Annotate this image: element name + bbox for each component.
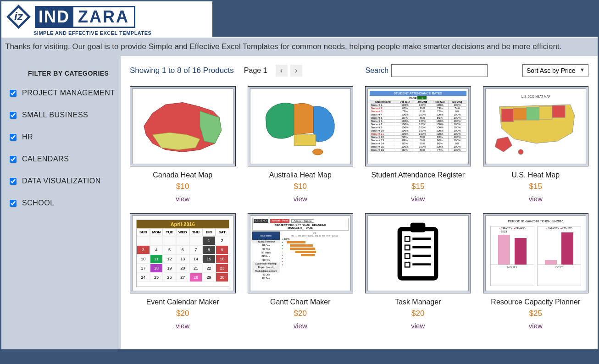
logo-ind: IND [35,6,73,28]
product-card[interactable]: Australia Heat Map $10 view [248,86,354,203]
product-title: Resource Capacity Planner [483,298,589,306]
filter-calendars[interactable]: CALENDARS [10,155,115,163]
filter-hr[interactable]: HR [10,133,115,141]
filter-data-visualization[interactable]: DATA VISUALIZATION [10,177,115,185]
search-label: Search [366,66,389,75]
product-price: $10 [130,182,236,191]
filter-project-management[interactable]: PROJECT MANAGEMENT [10,89,115,97]
product-thumbnail: PERIOD 01-Jan-2016 TO 09-Jan-2016 ■ CAPA… [483,213,589,293]
product-title: Canada Heat Map [130,171,236,179]
product-price: $20 [365,309,471,318]
product-price: $25 [483,309,589,318]
product-price: $20 [130,309,236,318]
svg-rect-14 [410,222,426,232]
svg-rect-8 [526,107,539,120]
filter-checkbox[interactable] [10,156,17,163]
product-title: U.S. Heat Map [483,171,589,179]
chevron-left-icon: ‹ [280,66,283,75]
svg-rect-20 [413,254,431,257]
svg-point-4 [312,149,323,155]
logo-tagline: SIMPLE AND EFFECTIVE EXCEL TEMPLATES [33,30,203,36]
product-thumbnail [365,213,471,293]
product-thumbnail: April-2016SUNMONTUEWEDTHUFRISAT123456789… [130,213,236,293]
sort-select[interactable]: Sort Asc by Price [522,64,588,77]
filter-checkbox[interactable] [10,134,17,141]
product-thumbnail: U.S. 2020 HEAT MAP [483,86,589,166]
filter-label: HR [22,133,33,141]
svg-rect-22 [413,263,431,265]
view-link[interactable]: view [411,322,425,330]
capacity-period: PERIOD 01-Jan-2016 TO 09-Jan-2016 [488,219,583,224]
search-input[interactable] [391,64,488,77]
product-card[interactable]: April-2016SUNMONTUEWEDTHUFRISAT123456789… [130,213,236,330]
svg-text:iz: iz [14,10,23,22]
logo-area: iz IND ZARA SIMPLE AND EFFECTIVE EXCEL T… [1,1,212,37]
showing-text: Showing 1 to 8 of 16 Products [130,66,234,75]
page-label: Page 1 [244,66,267,75]
filter-label: DATA VISUALIZATION [22,177,101,185]
product-title: Gantt Chart Maker [248,298,354,306]
view-link[interactable]: view [411,195,425,203]
product-thumbnail: STUDENT ATTENDANCE RATESPAGE 1Student Na… [365,86,471,166]
product-card[interactable]: Task Manager $20 view [365,213,471,330]
view-link[interactable]: view [529,195,543,203]
product-card[interactable]: U.S. 2020 HEAT MAP [483,86,589,203]
clipboard-icon [390,221,445,287]
prev-page-button[interactable]: ‹ [276,65,288,77]
filter-checkbox[interactable] [10,178,17,185]
product-price: $20 [248,309,354,318]
product-card[interactable]: PERIOD 01-Jan-2016 TO 09-Jan-2016 ■ CAPA… [483,213,589,330]
svg-rect-7 [513,108,526,120]
filter-label: PROJECT MANAGEMENT [22,89,115,97]
product-thumbnail: LEGEND Actual - Past Actual - Future PRO… [248,213,354,293]
filter-label: CALENDARS [22,155,69,163]
filter-title: FILTER BY CATEGORIES [28,70,115,77]
welcome-message: Thanks for visiting. Our goal is to prov… [1,37,598,56]
filter-checkbox[interactable] [10,90,17,97]
view-link[interactable]: view [176,322,189,330]
filter-label: SMALL BUSINESS [22,111,88,119]
filter-small-business[interactable]: SMALL BUSINESS [10,111,115,119]
svg-rect-10 [552,105,565,117]
view-link[interactable]: view [294,322,307,330]
product-title: Event Calendar Maker [130,298,236,306]
sidebar: FILTER BY CATEGORIES PROJECT MANAGEMENT … [1,56,121,349]
logo-icon: iz [6,4,31,29]
filter-checkbox[interactable] [10,200,17,207]
view-link[interactable]: view [294,195,307,203]
svg-rect-3 [294,135,316,145]
product-title: Task Manager [365,298,471,306]
product-price: $15 [483,182,589,191]
view-link[interactable]: view [529,322,543,330]
logo-zara: ZARA [73,6,135,28]
svg-rect-16 [413,237,431,240]
product-card[interactable]: STUDENT ATTENDANCE RATESPAGE 1Student Na… [365,86,471,203]
chevron-right-icon: › [295,66,297,75]
product-thumbnail [248,86,354,166]
svg-rect-6 [501,109,513,122]
next-page-button[interactable]: › [290,65,302,77]
svg-rect-9 [539,106,552,119]
product-thumbnail [130,86,236,166]
view-link[interactable]: view [176,195,189,203]
svg-rect-18 [413,246,431,248]
product-card[interactable]: Canada Heat Map $10 view [130,86,236,203]
product-price: $10 [248,182,354,191]
svg-text:U.S. 2020 HEAT MAP: U.S. 2020 HEAT MAP [521,95,550,98]
filter-label: SCHOOL [22,199,55,207]
filter-school[interactable]: SCHOOL [10,199,115,207]
product-card[interactable]: LEGEND Actual - Past Actual - Future PRO… [248,213,354,330]
filter-checkbox[interactable] [10,112,17,119]
product-title: Student Attendance Register [365,171,471,179]
product-price: $15 [365,182,471,191]
product-title: Australia Heat Map [248,171,354,179]
svg-point-11 [518,149,523,154]
